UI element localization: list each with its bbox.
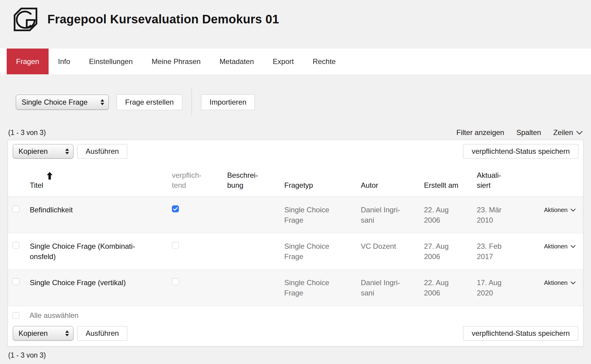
row-actions-dropdown[interactable]: Aktionen	[544, 279, 576, 286]
column-header-autor[interactable]: Autor	[361, 180, 424, 190]
tab-rechte[interactable]: Rechte	[303, 49, 345, 74]
execute-button-top[interactable]: Ausführen	[77, 144, 127, 159]
question-title[interactable]: Single Choice Frage (vertikal)	[30, 278, 172, 300]
row-select-checkbox[interactable]	[12, 205, 19, 212]
save-status-button-top[interactable]: verpflichtend-Status speichern	[463, 144, 578, 159]
question-type: Single Choice Frage	[284, 278, 361, 300]
result-range-bottom: (1 - 3 von 3)	[8, 351, 591, 359]
divider	[191, 89, 192, 116]
rows-dropdown-label: Zeilen	[553, 128, 573, 137]
question-description	[227, 205, 284, 227]
bulk-action-select-bottom[interactable]: Kopieren	[13, 326, 73, 341]
column-header-verpflichtend: verpflich- tend	[172, 170, 227, 190]
execute-button-bottom[interactable]: Ausführen	[77, 326, 127, 341]
bulk-action-select-top-value: Kopieren	[19, 147, 48, 156]
column-header-beschreibung[interactable]: Beschrei- bung	[227, 170, 284, 190]
bulk-action-select-top[interactable]: Kopieren	[13, 144, 73, 159]
select-arrows-icon	[101, 99, 104, 105]
question-created: 27. Aug 2006	[424, 241, 477, 263]
row-select-checkbox[interactable]	[12, 242, 19, 249]
verpflichtend-checkbox[interactable]	[172, 242, 179, 249]
select-all-checkbox[interactable]	[12, 312, 19, 319]
save-status-button-bottom[interactable]: verpflichtend-Status speichern	[463, 326, 578, 341]
tab-bar: Fragen Info Einstellungen Meine Phrasen …	[0, 49, 591, 74]
question-type-select-value: Single Choice Frage	[22, 98, 87, 106]
creation-controls: Single Choice Frage Frage erstellen Impo…	[16, 94, 591, 110]
table-toolbar-top: Kopieren Ausführen verpflichtend-Status …	[8, 140, 583, 159]
question-updated: 23. Feb 2017	[477, 241, 536, 263]
column-header-erstellt-am[interactable]: Erstellt am	[424, 180, 477, 190]
question-description	[227, 241, 284, 263]
row-actions-dropdown[interactable]: Aktionen	[544, 243, 576, 250]
question-created: 22. Aug 2006	[424, 278, 477, 300]
question-pool-icon	[12, 6, 39, 33]
rows-dropdown[interactable]: Zeilen	[553, 128, 583, 137]
table-row: Single Choice Frage (vertikal) Single Ch…	[8, 270, 583, 306]
question-title[interactable]: Single Choice Frage (Kombinati- onsfeld)	[30, 241, 172, 263]
question-updated: 23. Mär 2010	[477, 205, 536, 227]
question-table-card: Kopieren Ausführen verpflichtend-Status …	[8, 140, 583, 346]
verpflichtend-checkbox[interactable]	[172, 205, 179, 212]
sort-ascending-icon[interactable]	[47, 162, 53, 190]
select-arrows-icon	[65, 330, 69, 336]
chevron-down-icon	[576, 131, 583, 135]
table-header-row: Titel verpflich- tend Beschrei- bung Fra…	[8, 159, 583, 197]
question-title[interactable]: Befindlichkeit	[30, 205, 172, 227]
row-actions-dropdown[interactable]: Aktionen	[544, 207, 576, 214]
range-bar: (1 - 3 von 3) Filter anzeigen Spalten Ze…	[8, 128, 583, 137]
question-type: Single Choice Frage	[284, 205, 361, 227]
question-updated: 17. Aug 2020	[477, 278, 536, 300]
select-all-row: Alle auswählen	[8, 306, 583, 324]
tab-metadaten[interactable]: Metadaten	[210, 49, 263, 74]
chevron-down-icon	[570, 281, 576, 285]
question-created: 22. Aug 2006	[424, 205, 477, 227]
tab-export[interactable]: Export	[263, 49, 303, 74]
import-button[interactable]: Importieren	[201, 94, 255, 110]
chevron-down-icon	[570, 245, 576, 248]
row-select-checkbox[interactable]	[12, 278, 19, 285]
view-links: Filter anzeigen Spalten Zeilen	[456, 128, 583, 137]
verpflichtend-checkbox[interactable]	[172, 278, 179, 285]
tab-info[interactable]: Info	[49, 49, 80, 74]
question-type: Single Choice Frage	[284, 241, 361, 263]
tab-fragen[interactable]: Fragen	[7, 49, 49, 74]
column-header-fragetyp[interactable]: Fragetyp	[284, 180, 361, 190]
table-row: Befindlichkeit Single Choice Frage Danie…	[8, 197, 583, 233]
bulk-action-select-bottom-value: Kopieren	[19, 329, 48, 338]
page-header: Fragepool Kursevaluation Demokurs 01	[0, 0, 591, 39]
question-author: Daniel Ingri- sani	[361, 278, 424, 300]
column-header-titel[interactable]: Titel	[30, 162, 172, 190]
select-arrows-icon	[65, 148, 69, 154]
question-author: Daniel Ingri- sani	[361, 205, 424, 227]
tab-meine-phrasen[interactable]: Meine Phrasen	[142, 49, 210, 74]
question-description	[227, 278, 284, 300]
chevron-down-icon	[570, 208, 576, 212]
select-all-label: Alle auswählen	[29, 311, 78, 320]
question-type-select[interactable]: Single Choice Frage	[16, 95, 109, 110]
tab-einstellungen[interactable]: Einstellungen	[80, 49, 142, 74]
page-title: Fragepool Kursevaluation Demokurs 01	[47, 12, 279, 26]
table-row: Single Choice Frage (Kombinati- onsfeld)…	[8, 233, 583, 270]
columns-link[interactable]: Spalten	[516, 128, 541, 137]
column-header-aktualisiert[interactable]: Aktuali- siert	[477, 170, 536, 190]
table-toolbar-bottom: Kopieren Ausführen verpflichtend-Status …	[8, 324, 583, 346]
show-filter-link[interactable]: Filter anzeigen	[456, 128, 504, 137]
question-author: VC Dozent	[361, 241, 424, 263]
create-question-button[interactable]: Frage erstellen	[117, 94, 182, 110]
result-range-top: (1 - 3 von 3)	[8, 129, 46, 137]
